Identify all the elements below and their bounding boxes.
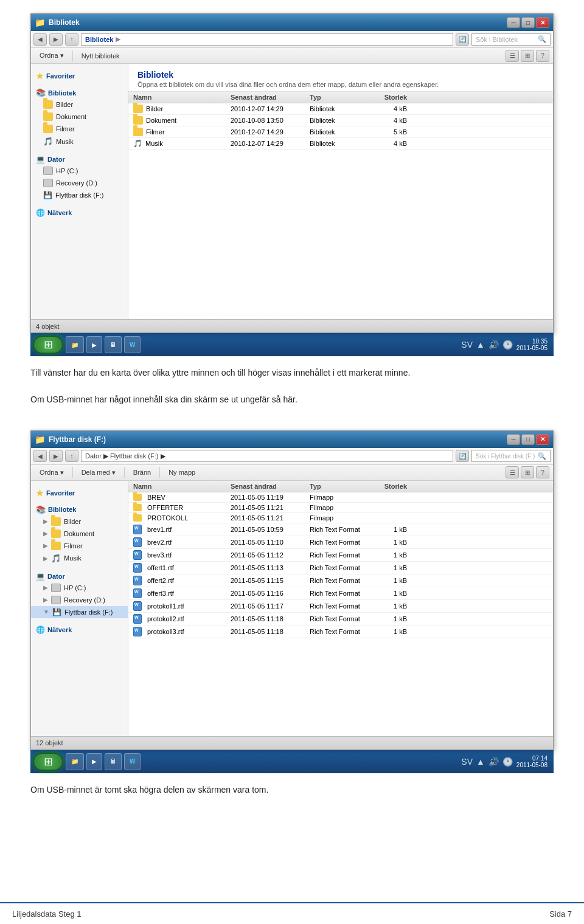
col-header-type-2[interactable]: Typ	[310, 483, 370, 490]
sidebar-musik-2[interactable]: ▶ 🎵 Musik	[31, 552, 128, 565]
forward-button-2[interactable]: ▶	[49, 450, 63, 462]
file-list-header-2: Namn Senast ändrad Typ Storlek	[128, 481, 553, 492]
search-field-1[interactable]: Sök i Bibliotek 🔍	[471, 33, 551, 46]
col-header-size-1[interactable]: Storlek	[370, 94, 407, 101]
sidebar-dator-section-1[interactable]: 💻 Dator	[31, 153, 128, 165]
view-list-2[interactable]: ☰	[506, 466, 519, 478]
sidebar-bilder-2[interactable]: ▶ Bilder	[31, 515, 128, 528]
taskbar-word-btn-1[interactable]: W	[124, 336, 141, 353]
folder-icon-dokument-2	[51, 529, 61, 538]
col-header-type-1[interactable]: Typ	[310, 94, 370, 101]
ordna-button-2[interactable]: Ordna ▾	[35, 467, 69, 478]
ordna-button-1[interactable]: Ordna ▾	[35, 50, 69, 61]
taskbar-folder-btn-2[interactable]: 📁	[66, 753, 84, 770]
word-taskbar-icon-1: W	[130, 342, 135, 348]
taskbar-calc-btn-1[interactable]: 🖩	[105, 336, 122, 353]
text-section-3: Om USB-minnet är tomt ska högra delen av…	[0, 773, 584, 828]
col-header-name-2[interactable]: Namn	[133, 483, 231, 490]
table-row[interactable]: PROTOKOLL 2011-05-05 11:21 Filmapp	[128, 513, 553, 523]
col-header-size-2[interactable]: Storlek	[370, 483, 407, 490]
table-row[interactable]: offert1.rtf 2011-05-05 11:13 Rich Text F…	[128, 562, 553, 574]
sidebar-musik-1[interactable]: 🎵 Musik	[31, 135, 128, 148]
table-row[interactable]: Filmer 2010-12-07 14:29 Bibliotek 5 kB	[128, 126, 553, 138]
minimize-button-1[interactable]: ─	[507, 17, 520, 28]
network-icon-1: 🌐	[36, 209, 45, 217]
table-row[interactable]: OFFERTER 2011-05-05 11:21 Filmapp	[128, 503, 553, 513]
sidebar-recovery-d-2[interactable]: ▶ Recovery (D:)	[31, 594, 128, 606]
maximize-button-1[interactable]: □	[521, 17, 535, 28]
table-row[interactable]: brev1.rtf 2011-05-05 10:59 Rich Text For…	[128, 523, 553, 536]
view-icons-btn-2[interactable]: ⊞	[521, 466, 534, 478]
forward-button-1[interactable]: ▶	[49, 33, 63, 46]
dela-button-2[interactable]: Dela med ▾	[77, 467, 120, 478]
table-row[interactable]: brev3.rtf 2011-05-05 11:12 Rich Text For…	[128, 549, 553, 562]
sidebar-bilder-1[interactable]: Bilder	[31, 98, 128, 111]
sidebar-hp-c-2[interactable]: ▶ HP (C:)	[31, 582, 128, 594]
sidebar-natverk-section-1[interactable]: 🌐 Nätverk	[31, 206, 128, 218]
table-row[interactable]: brev2.rtf 2011-05-05 11:10 Rich Text For…	[128, 536, 553, 549]
sidebar-natverk-section-2[interactable]: 🌐 Nätverk	[31, 623, 128, 635]
minimize-button-2[interactable]: ─	[507, 434, 520, 445]
sidebar-flyttbar-f-2[interactable]: ▼ 💾 Flyttbar disk (F:)	[31, 606, 128, 618]
start-button-2[interactable]: ⊞	[33, 753, 63, 771]
sidebar-favoriter-1[interactable]: ★ Favoriter	[31, 69, 128, 82]
table-row[interactable]: protokoll1.rtf 2011-05-05 11:17 Rich Tex…	[128, 600, 553, 613]
view-list-1[interactable]: ☰	[506, 50, 519, 62]
sidebar-dokument-2[interactable]: ▶ Dokument	[31, 528, 128, 540]
col-header-date-1[interactable]: Senast ändrad	[231, 94, 310, 101]
sidebar-bibliotek-section-1[interactable]: 📚 Bibliotek	[31, 86, 128, 98]
refresh-button-2[interactable]: 🔄	[456, 450, 469, 462]
refresh-button-1[interactable]: 🔄	[456, 33, 469, 46]
table-row[interactable]: offert2.rtf 2011-05-05 11:15 Rich Text F…	[128, 574, 553, 587]
maximize-button-2[interactable]: □	[521, 434, 535, 445]
taskbar-calc-btn-2[interactable]: 🖩	[105, 753, 122, 770]
taskbar-media-btn-1[interactable]: ▶	[86, 336, 102, 353]
col-header-name-1[interactable]: Namn	[133, 94, 231, 101]
brann-button-2[interactable]: Bränn	[128, 467, 156, 477]
help-button-2[interactable]: ?	[536, 466, 549, 478]
volume-taskbar-icon-2: 🔊	[488, 757, 499, 767]
sidebar-filmer-1[interactable]: Filmer	[31, 123, 128, 135]
taskbar-media-btn-2[interactable]: ▶	[86, 753, 102, 770]
up-button-2[interactable]: ↑	[65, 450, 78, 462]
sidebar-favoriter-2[interactable]: ★ Favoriter	[31, 486, 128, 499]
sidebar-dokument-1[interactable]: Dokument	[31, 111, 128, 123]
rtf-icon	[133, 627, 142, 636]
address-field-2[interactable]: Dator ▶ Flyttbar disk (F:) ▶	[81, 450, 453, 462]
table-row[interactable]: offert3.rtf 2011-05-05 11:16 Rich Text F…	[128, 587, 553, 600]
sidebar-dator-section-2[interactable]: 💻 Dator	[31, 570, 128, 582]
ny-mapp-button-2[interactable]: Ny mapp	[164, 467, 200, 477]
taskbar-folder-btn-1[interactable]: 📁	[66, 336, 84, 353]
start-button-1[interactable]: ⊞	[33, 336, 63, 354]
search-field-2[interactable]: Sök i Flyttbar disk (F:) 🔍	[471, 450, 551, 462]
taskbar-word-btn-2[interactable]: W	[124, 753, 141, 770]
up-button-1[interactable]: ↑	[65, 33, 78, 46]
table-row[interactable]: protokoll2.rtf 2011-05-05 11:18 Rich Tex…	[128, 613, 553, 626]
address-field-1[interactable]: Bibliotek ▶	[81, 33, 453, 46]
sidebar-flyttbar-f-1[interactable]: 💾 Flyttbar disk (F:)	[31, 189, 128, 201]
table-row[interactable]: protokoll3.rtf 2011-05-05 11:18 Rich Tex…	[128, 626, 553, 638]
table-row[interactable]: 🎵Musik 2010-12-07 14:29 Bibliotek 4 kB	[128, 138, 553, 150]
title-bar-buttons-1: ─ □ ✕	[507, 17, 549, 28]
nytt-button-1[interactable]: Nytt bibliotek	[77, 51, 125, 61]
close-button-1[interactable]: ✕	[536, 17, 549, 28]
sidebar-recovery-d-1[interactable]: Recovery (D:)	[31, 177, 128, 189]
table-row[interactable]: BREV 2011-05-05 11:19 Filmapp	[128, 492, 553, 503]
back-button-2[interactable]: ◀	[33, 450, 47, 462]
content-header-1: Bibliotek Öppna ett bibliotek om du vill…	[128, 64, 553, 92]
col-header-date-2[interactable]: Senast ändrad	[231, 483, 310, 490]
close-button-2[interactable]: ✕	[536, 434, 549, 445]
table-row[interactable]: Dokument 2010-10-08 13:50 Bibliotek 4 kB	[128, 115, 553, 126]
status-bar-2: 12 objekt	[31, 736, 553, 750]
sidebar-bibliotek-section-2[interactable]: 📚 Bibliotek	[31, 503, 128, 515]
sidebar-hp-c-1[interactable]: HP (C:)	[31, 165, 128, 177]
sidebar-filmer-2[interactable]: ▶ Filmer	[31, 540, 128, 552]
sidebar-2: ★ Favoriter 📚 Bibliotek ▶ Bilder ▶ Dokum…	[31, 481, 128, 736]
back-button-1[interactable]: ◀	[33, 33, 47, 46]
view-icons-btn-1[interactable]: ⊞	[521, 50, 534, 62]
table-row[interactable]: Bilder 2010-12-07 14:29 Bibliotek 4 kB	[128, 103, 553, 115]
taskbar-right-1: SV ▲ 🔊 🕐 10:35 2011-05-05	[457, 338, 551, 351]
text-paragraph-1: Till vänster har du en karta över olika …	[30, 366, 554, 381]
help-button-1[interactable]: ?	[536, 50, 549, 62]
toolbar-1: Ordna ▾ Nytt bibliotek ☰ ⊞ ?	[31, 48, 553, 64]
